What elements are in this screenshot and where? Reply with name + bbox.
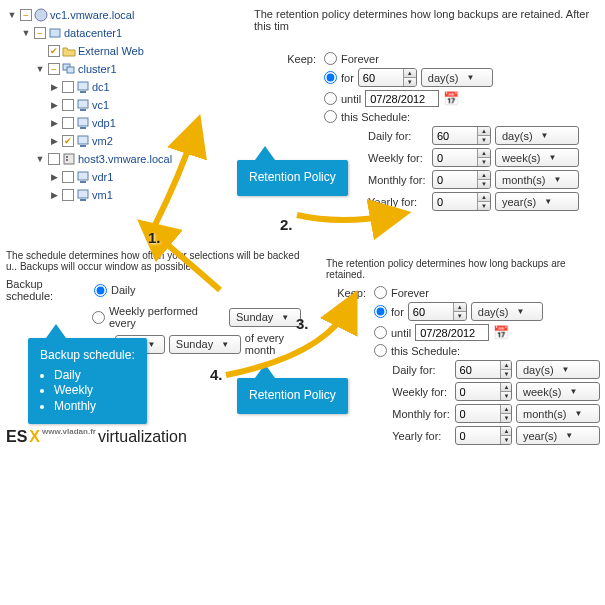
monthly-value-input[interactable]: [433, 171, 477, 188]
checkbox[interactable]: [34, 27, 46, 39]
yearly-spinner[interactable]: ▲▼: [432, 192, 491, 211]
svg-rect-17: [78, 190, 88, 198]
for-unit-select[interactable]: day(s)▼: [421, 68, 493, 87]
daily-value-input[interactable]: [433, 127, 477, 144]
retention-policy-bottom: The retention policy determines how long…: [326, 256, 600, 448]
twisty-icon[interactable]: ▶: [48, 100, 60, 110]
yearly-unit-select[interactable]: year(s)▼: [495, 192, 579, 211]
svg-rect-1: [50, 29, 60, 37]
checkbox[interactable]: [48, 45, 60, 57]
for-spinner[interactable]: ▲▼: [408, 302, 467, 321]
vm-icon: [76, 134, 90, 148]
daily-spinner[interactable]: ▲▼: [432, 126, 491, 145]
annotation-2: 2.: [280, 216, 293, 233]
keep-radio-for[interactable]: [324, 71, 337, 84]
monthly-unit-select[interactable]: month(s)▼: [495, 170, 579, 189]
spin-up-icon[interactable]: ▲: [403, 69, 416, 78]
checkbox[interactable]: [62, 81, 74, 93]
chevron-down-icon: ▼: [570, 387, 578, 396]
chevron-down-icon: ▼: [562, 365, 570, 374]
chevron-down-icon: ▼: [544, 197, 552, 206]
chevron-down-icon: ▼: [549, 153, 557, 162]
tree-label: datacenter1: [64, 27, 122, 39]
daily-for-label: Daily for:: [368, 130, 428, 142]
twisty-icon[interactable]: ▶: [48, 190, 60, 200]
chevron-down-icon: ▼: [281, 313, 289, 322]
vm-icon: [76, 98, 90, 112]
svg-rect-5: [80, 91, 86, 93]
monthly-spinner[interactable]: ▲▼: [432, 170, 491, 189]
sched-radio-weekly[interactable]: [92, 311, 105, 324]
backup-schedule-label: Backup schedule:: [6, 278, 90, 302]
tree-label: vdp1: [92, 117, 116, 129]
calendar-icon[interactable]: 📅: [443, 91, 459, 106]
keep-radio-schedule[interactable]: [324, 110, 337, 123]
annotation-4: 4.: [210, 366, 223, 383]
keep-radio-forever[interactable]: [324, 52, 337, 65]
checkbox[interactable]: [20, 9, 32, 21]
vm-icon: [76, 116, 90, 130]
until-date-input[interactable]: [415, 324, 489, 341]
twisty-icon[interactable]: ▶: [48, 172, 60, 182]
tree-label: vm2: [92, 135, 113, 147]
checkbox[interactable]: [62, 99, 74, 111]
for-value-input[interactable]: [359, 69, 403, 86]
checkbox[interactable]: [62, 135, 74, 147]
svg-rect-7: [80, 109, 86, 111]
checkbox[interactable]: [62, 117, 74, 129]
spin-down-icon[interactable]: ▼: [403, 78, 416, 87]
weekly-spinner[interactable]: ▲▼: [432, 148, 491, 167]
calendar-icon[interactable]: 📅: [493, 325, 509, 340]
twisty-icon[interactable]: ▼: [34, 64, 46, 74]
twisty-icon[interactable]: ▶: [48, 136, 60, 146]
checkbox[interactable]: [48, 63, 60, 75]
keep-label: Keep:: [326, 287, 370, 299]
checkbox[interactable]: [48, 153, 60, 165]
weekly-value-input[interactable]: [433, 149, 477, 166]
weekly-unit-select[interactable]: week(s)▼: [495, 148, 579, 167]
chevron-down-icon: ▼: [516, 307, 524, 316]
keep-radio-until[interactable]: [324, 92, 337, 105]
twisty-icon[interactable]: ▼: [34, 154, 46, 164]
chevron-down-icon: ▼: [148, 340, 156, 349]
schedule-description: The schedule determines how often your s…: [6, 250, 301, 272]
this-schedule-label: this Schedule:: [341, 111, 410, 123]
sched-weekly-day-select[interactable]: Sunday▼: [229, 308, 301, 327]
balloon-retention-bottom: Retention Policy: [237, 378, 348, 414]
tree-label: cluster1: [78, 63, 117, 75]
svg-rect-11: [80, 145, 86, 147]
keep-radio-for[interactable]: [374, 305, 387, 318]
chevron-down-icon: ▼: [221, 340, 229, 349]
yearly-value-input[interactable]: [433, 193, 477, 210]
until-date-input[interactable]: [365, 90, 439, 107]
keep-radio-forever[interactable]: [374, 286, 387, 299]
twisty-icon[interactable]: ▶: [48, 82, 60, 92]
twisty-icon[interactable]: ▼: [6, 10, 18, 20]
svg-rect-8: [78, 118, 88, 126]
keep-forever-label: Forever: [341, 53, 379, 65]
sched-radio-daily[interactable]: [94, 284, 107, 297]
yearly-for-label: Yearly for:: [368, 196, 428, 208]
svg-rect-10: [78, 136, 88, 144]
for-unit-select[interactable]: day(s)▼: [471, 302, 543, 321]
chevron-down-icon: ▼: [574, 409, 582, 418]
tree-label: host3.vmware.local: [78, 153, 172, 165]
twisty-icon[interactable]: ▶: [48, 118, 60, 128]
tree-label: vm1: [92, 189, 113, 201]
for-spinner[interactable]: ▲▼: [358, 68, 417, 87]
balloon-schedule: Backup schedule: Daily Weekly Monthly: [28, 338, 147, 424]
keep-radio-schedule[interactable]: [374, 344, 387, 357]
svg-rect-18: [80, 199, 86, 201]
svg-rect-3: [67, 67, 74, 73]
keep-radio-until[interactable]: [374, 326, 387, 339]
tree-label: vc1: [92, 99, 109, 111]
checkbox[interactable]: [62, 171, 74, 183]
policy-description: The retention policy determines how long…: [326, 258, 600, 280]
policy-description: The retention policy determines how long…: [254, 8, 600, 32]
daily-unit-select[interactable]: day(s)▼: [495, 126, 579, 145]
twisty-icon[interactable]: ▼: [20, 28, 32, 38]
chevron-down-icon: ▼: [541, 131, 549, 140]
sched-monthly-day-select[interactable]: Sunday▼: [169, 335, 241, 354]
weekly-for-label: Weekly for:: [368, 152, 428, 164]
checkbox[interactable]: [62, 189, 74, 201]
